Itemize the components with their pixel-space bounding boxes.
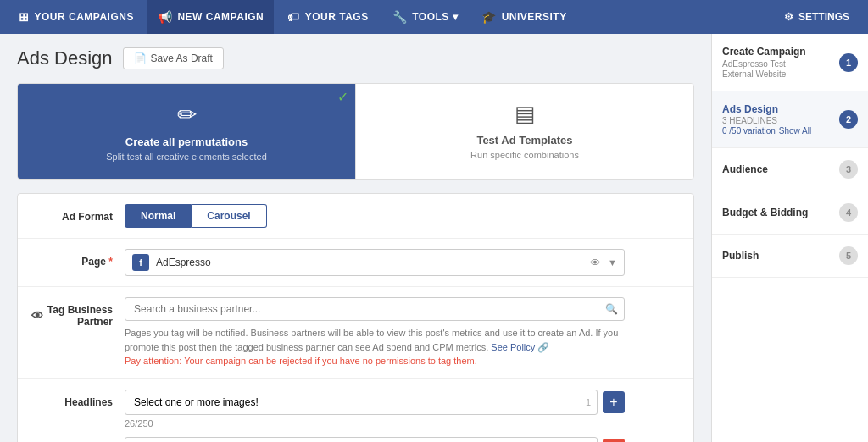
page-content: f AdEspresso 👁 ▼ [125,249,680,276]
required-asterisk: * [108,256,113,268]
sidebar-step-ads-design[interactable]: Ads Design 3 HEADLINES 0 /50 variation S… [712,91,868,148]
nav-settings-label: SETTINGS [798,11,849,23]
save-draft-button[interactable]: 📄 Save As Draft [123,47,224,69]
top-navigation: ⊞ YOUR CAMPAIGNS 📢 NEW CAMPAIGN 🏷 YOUR T… [0,0,868,34]
settings-gear-icon: ⚙ [784,11,793,23]
format-normal-button[interactable]: Normal [125,204,192,228]
format-button-group: Normal Carousel [125,204,680,228]
tag-business-content: 🔍 Pages you tag will be notified. Busine… [125,297,680,368]
ad-format-label: Ad Format [31,204,125,223]
sidebar-step-publish[interactable]: Publish 5 [712,235,868,278]
nav-campaigns-label: YOUR CAMPAIGNS [35,11,134,23]
page-name-text: AdEspresso [156,257,583,268]
save-draft-icon: 📄 [134,52,147,64]
campaign-sidebar: Create Campaign AdEspresso Test External… [711,34,868,442]
nav-your-campaigns[interactable]: ⊞ YOUR CAMPAIGNS [8,0,144,34]
page-title: Ads Design [17,47,113,69]
show-all-link[interactable]: Show All [779,126,811,135]
headline-1-input[interactable] [125,390,598,415]
step-4-info: Budget & Bidding [722,207,831,218]
save-draft-label: Save As Draft [151,52,213,64]
step-1-badge: 1 [839,53,858,72]
tag-warning-text: Pay attention: Your campaign can be reje… [125,356,477,366]
page-label: Page * [31,249,125,268]
page-title-row: Ads Design 📄 Save As Draft [17,47,694,69]
tag-notice-text: Pages you tag will be notified. Business… [125,326,625,368]
step-3-title: Audience [722,163,831,175]
new-campaign-icon: 📢 [158,10,173,24]
page-select[interactable]: f AdEspresso 👁 ▼ [125,249,625,276]
content-area: Ads Design 📄 Save As Draft ✓ ✏ Create al… [0,34,711,442]
tools-icon: 🔧 [392,10,408,24]
dropdown-arrow-icon[interactable]: ▼ [608,257,617,268]
format-carousel-button[interactable]: Carousel [192,204,266,228]
templates-title: Test Ad Templates [373,134,676,146]
campaigns-icon: ⊞ [19,10,30,24]
headlines-content: 1 + 26/250 2 🗑 27/250 [125,390,680,443]
tag-eye-icon: 👁 [31,309,43,323]
facebook-icon: f [132,254,149,271]
add-headline-button[interactable]: + [603,391,625,413]
tag-business-label: 👁 Tag Business Partner [31,297,125,328]
headline-1-number: 1 [586,397,591,407]
step-5-title: Publish [722,250,831,262]
nav-new-campaign-label: NEW CAMPAIGN [177,11,264,23]
step-1-sub2: External Website [722,69,831,79]
creative-type-cards: ✓ ✏ Create all permutations Split test a… [17,83,694,180]
step-1-info: Create Campaign AdEspresso Test External… [722,46,831,79]
sidebar-step-create-campaign[interactable]: Create Campaign AdEspresso Test External… [712,34,868,91]
step-2-headlines: 3 HEADLINES [722,116,831,125]
step-3-badge: 3 [839,160,858,179]
nav-university[interactable]: 🎓 UNIVERSITY [471,0,577,34]
headline-2-wrapper: 2 🗑 [125,437,625,443]
nav-tools-label: TOOLS ▾ [412,11,458,23]
step-1-title: Create Campaign [722,46,831,58]
headlines-label: Headlines [31,390,125,408]
templates-icon: ▤ [373,101,676,127]
headline-1-char-count: 26/250 [125,418,680,428]
sidebar-step-audience[interactable]: Audience 3 [712,148,868,191]
permutations-icon: ✏ [35,101,338,129]
eye-icon[interactable]: 👁 [590,257,601,269]
permutations-title: Create all permutations [35,135,338,148]
partner-search-wrapper: 🔍 [125,297,625,321]
nav-tools[interactable]: 🔧 TOOLS ▾ [382,0,468,34]
step-1-subtitle: AdEspresso Test [722,59,831,69]
step-2-info: Ads Design 3 HEADLINES 0 /50 variation S… [722,103,831,135]
main-container: Ads Design 📄 Save As Draft ✓ ✏ Create al… [0,34,868,442]
see-policy-link[interactable]: See Policy [491,342,535,352]
headline-1-wrapper: 1 + [125,390,625,415]
nav-tags-label: YOUR TAGS [305,11,369,23]
nav-university-label: UNIVERSITY [502,11,567,23]
step-5-badge: 5 [839,246,858,265]
step-3-info: Audience [722,163,831,175]
ad-format-row: Ad Format Normal Carousel [18,194,693,239]
ads-design-form: Ad Format Normal Carousel Page * f [17,193,694,442]
permutations-subtitle: Split test all creative elements selecte… [35,152,338,162]
step-2-variation: 0 /50 variation [722,126,776,135]
step-5-info: Publish [722,250,831,262]
headline-2-input[interactable] [125,437,598,443]
step-4-title: Budget & Bidding [722,207,831,218]
step-4-badge: 4 [839,203,858,222]
ad-format-content: Normal Carousel [125,204,680,228]
check-icon: ✓ [337,89,348,105]
tags-icon: 🏷 [287,10,300,24]
headline-1-input-wrapper: 1 [125,390,598,415]
nav-new-campaign[interactable]: 📢 NEW CAMPAIGN [147,0,274,34]
university-icon: 🎓 [481,10,497,24]
templates-subtitle: Run specific combinations [373,150,676,160]
nav-your-tags[interactable]: 🏷 YOUR TAGS [277,0,378,34]
step-2-title: Ads Design [722,103,831,115]
search-icon: 🔍 [605,303,618,315]
step-2-badge: 2 [839,110,858,129]
test-ad-templates-card[interactable]: ▤ Test Ad Templates Run specific combina… [356,84,693,179]
nav-settings[interactable]: ⚙ SETTINGS [774,0,860,34]
delete-headline-2-button[interactable]: 🗑 [603,439,625,443]
page-row: Page * f AdEspresso 👁 ▼ [18,239,693,287]
headlines-row: Headlines 1 + 26/250 [18,379,693,443]
sidebar-step-budget-bidding[interactable]: Budget & Bidding 4 [712,191,868,235]
partner-search-input[interactable] [125,297,625,321]
create-permutations-card[interactable]: ✓ ✏ Create all permutations Split test a… [18,84,355,179]
headline-2-input-wrapper: 2 [125,437,598,443]
